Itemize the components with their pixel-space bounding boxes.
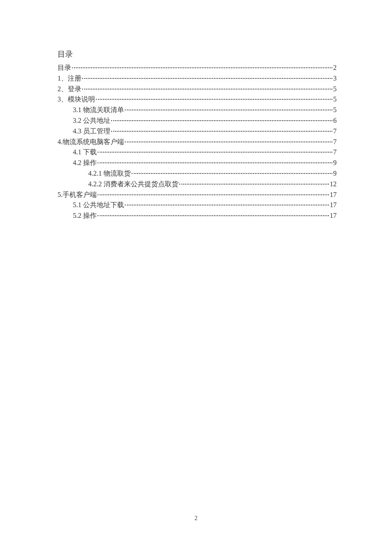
toc-entry-label: 4.1 下载 <box>73 147 97 158</box>
toc-entry-label: 5.1 公共地址下载 <box>73 200 124 211</box>
toc-entry[interactable]: 4.物流系统电脑客户端7 <box>58 137 337 147</box>
toc-entry[interactable]: 4.3 员工管理7 <box>58 126 337 137</box>
toc-entry[interactable]: 5.1 公共地址下载17 <box>58 200 337 211</box>
toc-leader-dots <box>125 142 332 142</box>
toc-leader-dots <box>98 162 332 163</box>
toc-entry-page: 7 <box>333 137 337 147</box>
toc-entry-page: 3 <box>333 73 337 84</box>
toc-entry-label: 1、注册 <box>58 73 81 84</box>
toc-entry[interactable]: 1、注册3 <box>58 73 337 84</box>
toc-list: 目录21、注册32、登录53、模块说明53.1 物流关联清单53.2 公共地址6… <box>58 63 337 221</box>
page-number: 2 <box>0 515 392 522</box>
toc-leader-dots <box>82 89 332 90</box>
toc-entry-label: 4.2.1 物流取货 <box>88 168 131 179</box>
toc-entry-label: 2、登录 <box>58 84 81 95</box>
toc-leader-dots <box>125 110 332 110</box>
toc-entry-page: 2 <box>333 63 337 73</box>
toc-entry-label: 4.3 员工管理 <box>73 126 110 137</box>
toc-entry-page: 17 <box>330 200 337 211</box>
toc-entry[interactable]: 2、登录5 <box>58 84 337 95</box>
toc-entry[interactable]: 4.2 操作9 <box>58 158 337 168</box>
toc-entry[interactable]: 4.2.2 消费者来公共提货点取货12 <box>58 179 337 190</box>
toc-entry-label: 4.2 操作 <box>73 158 97 168</box>
toc-leader-dots <box>98 152 332 153</box>
toc-entry-page: 7 <box>333 147 337 158</box>
toc-entry-page: 9 <box>333 158 337 168</box>
toc-entry-page: 5 <box>333 94 337 105</box>
toc-entry-label: 3.1 物流关联清单 <box>73 105 124 116</box>
toc-leader-dots <box>111 120 332 121</box>
toc-entry-page: 12 <box>330 179 337 190</box>
toc-entry-label: 5.2 操作 <box>73 211 97 221</box>
toc-entry[interactable]: 5.手机客户端17 <box>58 190 337 200</box>
toc-leader-dots <box>179 184 329 185</box>
toc-entry-label: 3.2 公共地址 <box>73 116 110 126</box>
toc-entry[interactable]: 5.2 操作17 <box>58 211 337 221</box>
toc-leader-dots <box>125 205 329 205</box>
toc-leader-dots <box>132 173 332 174</box>
toc-leader-dots <box>96 99 332 100</box>
toc-entry-page: 17 <box>330 190 337 200</box>
toc-entry[interactable]: 3.2 公共地址6 <box>58 116 337 126</box>
toc-entry-label: 3、模块说明 <box>58 94 95 105</box>
toc-entry[interactable]: 3、模块说明5 <box>58 94 337 105</box>
toc-entry-page: 9 <box>333 168 337 179</box>
toc-entry[interactable]: 4.2.1 物流取货9 <box>58 168 337 179</box>
document-page: 目录 目录21、注册32、登录53、模块说明53.1 物流关联清单53.2 公共… <box>0 0 392 221</box>
toc-leader-dots <box>98 194 329 195</box>
toc-leader-dots <box>98 215 329 216</box>
toc-leader-dots <box>82 78 332 79</box>
toc-leader-dots <box>72 67 332 68</box>
toc-entry-label: 4.物流系统电脑客户端 <box>58 137 124 147</box>
toc-entry[interactable]: 4.1 下载7 <box>58 147 337 158</box>
toc-entry[interactable]: 目录2 <box>58 63 337 73</box>
toc-entry[interactable]: 3.1 物流关联清单5 <box>58 105 337 116</box>
toc-entry-page: 5 <box>333 105 337 116</box>
toc-title: 目录 <box>58 49 337 59</box>
toc-entry-page: 17 <box>330 211 337 221</box>
toc-entry-page: 6 <box>333 116 337 126</box>
toc-entry-label: 目录 <box>58 63 71 73</box>
toc-leader-dots <box>111 131 332 132</box>
toc-entry-page: 5 <box>333 84 337 95</box>
toc-entry-label: 4.2.2 消费者来公共提货点取货 <box>88 179 179 190</box>
toc-entry-page: 7 <box>333 126 337 137</box>
toc-entry-label: 5.手机客户端 <box>58 190 97 200</box>
